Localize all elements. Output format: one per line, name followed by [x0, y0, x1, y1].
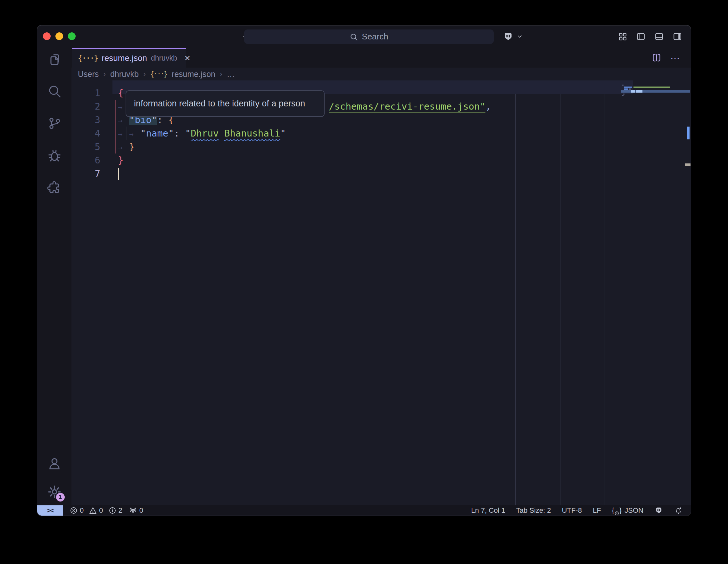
code-token: :: [174, 128, 185, 139]
ports-count: 0: [139, 506, 143, 515]
code-editor[interactable]: 1234567 {→/schemas/recivi-resume.json",→…: [71, 80, 691, 505]
minimize-window-button[interactable]: [55, 32, 63, 40]
tab-filename: resume.json: [102, 53, 147, 63]
tab-resume-json[interactable]: {···} resume.json dhruvkb ✕: [72, 48, 186, 68]
vscode-window: Search: [37, 25, 691, 516]
copilot-menu-button[interactable]: [502, 25, 523, 48]
activity-bar: 1: [37, 48, 71, 505]
code-token: ": [168, 128, 174, 139]
code-token: [219, 128, 224, 139]
code-line-6[interactable]: }: [118, 153, 123, 167]
warning-count: 0: [99, 506, 103, 515]
remote-indicator[interactable]: ><: [37, 505, 63, 516]
extensions-icon[interactable]: [47, 180, 62, 195]
settings-gear-icon[interactable]: 1: [47, 484, 62, 500]
code-token: {: [118, 87, 123, 98]
search-input[interactable]: Search: [244, 29, 494, 44]
chevron-down-icon: [517, 33, 523, 40]
explorer-icon[interactable]: [47, 52, 62, 67]
code-token: Bhanushali: [224, 128, 280, 139]
remote-glyph: ><: [47, 507, 53, 514]
code-token: ": [140, 128, 146, 139]
code-token: ": [280, 128, 286, 139]
language-mode[interactable]: { } JSON: [612, 506, 643, 515]
toggle-panel-icon[interactable]: [655, 32, 664, 41]
problems-button[interactable]: 0 0 2: [70, 506, 122, 515]
copilot-icon: [502, 31, 514, 42]
split-editor-icon[interactable]: [652, 53, 661, 62]
line-number-6[interactable]: 6: [71, 153, 100, 167]
ports-button[interactable]: 0: [129, 506, 143, 515]
indent-guide: [115, 100, 116, 153]
breadcrumb-symbol[interactable]: …: [227, 70, 235, 79]
run-debug-icon[interactable]: [47, 148, 62, 163]
line-number-4[interactable]: 4: [71, 127, 100, 140]
more-actions-icon[interactable]: ⋯: [670, 52, 680, 63]
ruler-line: [560, 80, 560, 505]
customize-layout-icon[interactable]: [618, 32, 627, 41]
source-control-icon[interactable]: [47, 116, 62, 131]
code-line-5[interactable]: →}: [118, 140, 135, 153]
code-token: /schemas/recivi-resume.json": [329, 101, 485, 112]
tab-whitespace-arrow: →: [129, 127, 140, 141]
breadcrumb-separator: ›: [103, 70, 106, 79]
tab-close-icon[interactable]: ✕: [184, 54, 191, 63]
toggle-primary-sidebar-icon[interactable]: [636, 32, 645, 41]
copilot-status-icon[interactable]: [654, 506, 663, 515]
schema-status-icon: [615, 511, 619, 516]
line-number-2[interactable]: 2: [71, 100, 100, 113]
code-line-4[interactable]: →→"name": "Dhruv Bhanushali": [118, 127, 286, 140]
close-window-button[interactable]: [43, 32, 51, 40]
accounts-icon[interactable]: [47, 456, 62, 471]
tab-detail: dhruvkb: [151, 54, 177, 62]
info-icon: [109, 507, 116, 514]
ruler-line: [515, 80, 516, 505]
text-cursor: [118, 168, 119, 180]
code-token: ": [185, 128, 191, 139]
notifications-bell-icon[interactable]: [674, 506, 683, 515]
ruler-line: [605, 80, 605, 505]
line-number-3[interactable]: 3: [71, 113, 100, 127]
line-number-1[interactable]: 1: [71, 86, 100, 100]
tab-whitespace-arrow: →: [118, 141, 129, 154]
indentation[interactable]: Tab Size: 2: [516, 506, 551, 515]
breadcrumb: Users › dhruvkb › {···} resume.json › …: [71, 68, 691, 80]
radio-tower-icon: [129, 506, 137, 515]
breadcrumb-file[interactable]: resume.json: [172, 70, 215, 79]
code-token: Dhruv: [191, 128, 219, 139]
tab-whitespace-arrow: →: [118, 127, 129, 141]
eol-sequence[interactable]: LF: [593, 506, 601, 515]
toggle-secondary-sidebar-icon[interactable]: [673, 32, 682, 41]
overview-ruler-cursor-mark[interactable]: [685, 163, 691, 166]
brace-open: {: [612, 506, 614, 515]
code-token: }: [129, 141, 135, 152]
search-view-icon[interactable]: [47, 84, 62, 99]
json-file-icon: {···}: [78, 54, 98, 63]
line-number-5[interactable]: 5: [71, 140, 100, 153]
search-icon: [350, 33, 358, 41]
language-label: JSON: [625, 506, 643, 515]
brace-close: }: [619, 506, 622, 515]
status-bar: >< 0 0 2 0: [37, 505, 691, 516]
code-token: name: [146, 128, 168, 139]
settings-badge: 1: [56, 493, 65, 502]
breadcrumb-dhruvkb[interactable]: dhruvkb: [110, 70, 139, 79]
cursor-position[interactable]: Ln 7, Col 1: [471, 506, 505, 515]
breadcrumb-users[interactable]: Users: [78, 70, 99, 79]
code-line-1[interactable]: {: [118, 86, 123, 100]
line-number-7[interactable]: 7: [71, 167, 100, 180]
tooltip-text: information related to the identity of a…: [134, 99, 305, 109]
warning-icon: [89, 507, 97, 514]
zoom-window-button[interactable]: [68, 32, 76, 40]
minimap[interactable]: [621, 83, 690, 153]
hover-tooltip: information related to the identity of a…: [126, 90, 325, 117]
json-file-icon: {···}: [150, 70, 167, 78]
window-controls: [43, 32, 76, 40]
error-count: 0: [80, 506, 84, 515]
encoding[interactable]: UTF-8: [562, 506, 582, 515]
info-count: 2: [119, 506, 122, 515]
code-token: }: [118, 155, 123, 166]
error-icon: [70, 507, 78, 514]
tab-bar: {···} resume.json dhruvkb ✕ ⋯: [71, 48, 691, 68]
title-bar: Search: [37, 25, 691, 48]
